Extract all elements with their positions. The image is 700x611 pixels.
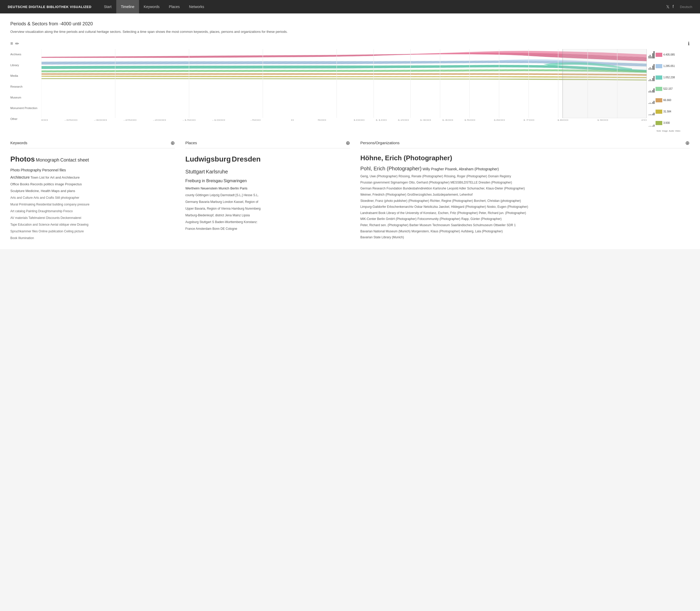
pe-saar[interactable]: Saarländisches Schulmuseum Ottweiler	[451, 223, 506, 227]
kw-book[interactable]: Book Illumination	[10, 236, 34, 240]
pl-france[interactable]: France Amsterdam Bonn DE Cologne	[185, 227, 237, 230]
pl-sigmaringen[interactable]: Sigmaringen	[224, 179, 247, 183]
kw-sculpture[interactable]: Sculpture Medicine, Health Maps and plan…	[10, 189, 75, 193]
nav-keywords[interactable]: Keywords	[139, 0, 164, 13]
pl-ludwigsburg[interactable]: Ludwigsburg	[185, 155, 231, 163]
keywords-add-icon[interactable]: ⊕	[170, 140, 175, 146]
pl-wertheim[interactable]: Wertheim Neuenstein Munich Berlin Paris	[185, 187, 247, 190]
pl-karlsruhe[interactable]: Karlsruhe	[206, 169, 228, 175]
kw-photo[interactable]: Photo	[10, 168, 20, 172]
kw-personnel[interactable]: Personnel files	[42, 168, 66, 172]
language-switch[interactable]: Deutsch	[680, 5, 692, 9]
legend-museum: 66.660	[648, 94, 690, 106]
swatch-archives	[656, 53, 662, 57]
pe-gross[interactable]: Großherzogliches Justizdepartement, Lehe…	[407, 193, 473, 196]
pe-bavarian-state[interactable]: Bavarian State Library (Munich)	[361, 236, 404, 239]
kw-art-catalog[interactable]: Art catalog Painting Draughtsmanship Fre…	[10, 209, 73, 213]
kw-av-line: AV materials Tafelmalerei Discounts Deck…	[10, 214, 175, 221]
kw-mural[interactable]: Mural Printmaking Residential building c…	[10, 203, 89, 206]
info-icon[interactable]: ℹ	[688, 41, 690, 46]
places-add-icon[interactable]: ⊕	[346, 140, 350, 146]
pl-upper-bavaria[interactable]: Upper Bavaria, Region of Vienna Hamburg …	[185, 207, 260, 210]
pe-mess[interactable]: MESSBILDSTELLE Dresden (Photographer)	[451, 181, 512, 184]
nav-timeline[interactable]: Timeline	[116, 0, 139, 13]
pe-bahn[interactable]: Bundesbahndirektion Karlsruhe	[403, 187, 446, 190]
twitter-icon[interactable]: 𝕏	[666, 4, 670, 9]
pe-foto[interactable]: Fotocommunity (Photographer)	[417, 217, 460, 221]
pe-mik[interactable]: MIK-Center Berlin GmbH (Photographer)	[361, 217, 416, 221]
pe-prussian[interactable]: Prussian government Sigmaringen	[361, 181, 408, 184]
kw-town-list[interactable]: Town List for Art and Architecture	[30, 176, 80, 179]
persons-add-icon[interactable]: ⊕	[685, 140, 690, 146]
pe-landrat[interactable]: Landratsamt Book	[361, 211, 385, 215]
pe-weimer[interactable]: Weimer, Friedrich (Photographer)	[361, 193, 407, 196]
legend-archives: 4.405.085	[648, 49, 690, 60]
pe-sdr[interactable]: SDR 1	[507, 223, 516, 227]
pe-gerig[interactable]: Gerig, Uwe (Photographer)	[361, 175, 398, 178]
pl-marburg[interactable]: Marburg-Biedenkopf, district Jena Mainz …	[185, 213, 249, 217]
pl-county[interactable]: county Göttingen Leipzig Darmstadt [S.L.…	[185, 193, 259, 197]
kw-contact-sheet[interactable]: Contact sheet	[60, 158, 89, 163]
kw-art-catalog-line: Art catalog Painting Draughtsmanship Fre…	[10, 208, 175, 214]
pe-library-konstanz[interactable]: Library of the University of Konstanz,	[386, 211, 437, 215]
kw-office[interactable]: Office Books Records politics image Pros…	[10, 182, 82, 186]
pe-peter-jun[interactable]: Peter, Richard jun. (Photographer)	[479, 211, 526, 215]
pe-domain[interactable]: Domain Registry	[488, 175, 511, 178]
edit-icon[interactable]: ✏	[15, 41, 19, 46]
nav-start[interactable]: Start	[99, 0, 116, 13]
pe-technoseum[interactable]: Technoseum	[432, 223, 450, 227]
pe-limpurg[interactable]: Limpurg-Gaildorfer Erbschenkenarchiv	[361, 205, 413, 209]
pe-nosko[interactable]: Nosko, Eugen (Photographer)	[487, 205, 528, 209]
pe-pisarek[interactable]: Pisarek, Abraham (Photographer)	[445, 167, 499, 171]
y-label-archives: Archives	[10, 53, 41, 56]
pl-germany[interactable]: Germany Bavaria Marburg London Kassel, R…	[185, 200, 258, 204]
pl-line7: Upper Bavaria, Region of Vienna Hamburg …	[185, 205, 350, 212]
pe-rapp[interactable]: Rapp, Günter (Photographer)	[461, 217, 502, 221]
pe-schumacher[interactable]: Schumacher, Klaus-Dieter (Photographer)	[467, 187, 525, 190]
pe-bavarian-national[interactable]: Bavarian National Museum (Munich)	[361, 229, 411, 233]
pe-german-research[interactable]: German Research Foundation	[361, 187, 402, 190]
pe-hohne[interactable]: Höhne, Erich (Photographer)	[361, 154, 452, 162]
kw-architecture[interactable]: Architecture	[10, 175, 30, 179]
pe-pragher[interactable]: Willy Pragher	[423, 167, 444, 171]
pl-augsburg[interactable]: Augsburg Stuttgart S Baden-Wurttemberg K…	[185, 220, 257, 224]
pe-oskar[interactable]: Oskar Netoliczka	[414, 205, 438, 209]
pe-morgenstern[interactable]: Morgenstern, Klaus (Photographer)	[411, 229, 460, 233]
pe-borchert[interactable]: Borchert, Christian (photographer)	[474, 199, 521, 203]
pe-rossing-renate[interactable]: Rössing, Renate (Photographer)	[398, 175, 443, 178]
pl-dresden[interactable]: Dresden	[232, 155, 261, 163]
pe-richter[interactable]: Richter, Regine (Photographer)	[430, 199, 473, 203]
pe-peter-sen[interactable]: Peter, Richard sen. (Photographer)	[361, 223, 409, 227]
facebook-icon[interactable]: f	[673, 4, 674, 9]
pl-freiburg[interactable]: Freiburg in Breisgau	[185, 179, 223, 183]
kw-av[interactable]: AV materials Tafelmalerei Discounts Deck…	[10, 216, 81, 220]
pl-stuttgart[interactable]: Stuttgart	[185, 169, 205, 175]
pe-jaeckel[interactable]: Jaeckel, Hildegard (Photographer)	[439, 205, 486, 209]
pe-otto[interactable]: Otto, Gerhard (Photographer)	[409, 181, 450, 184]
stream-chart-wrapper[interactable]: -4000 -3500 -3000 -2500 -2000 -1500 -100…	[41, 49, 647, 132]
kw-tape[interactable]: Tape Education and Science Aerial obliqu…	[10, 223, 88, 226]
main-nav: Start Timeline Keywords Places Networks	[99, 0, 209, 13]
pe-aufsberg[interactable]: Aufsberg, Lala (Photographer)	[461, 229, 503, 233]
pe-pohl[interactable]: Pohl, Erich (Photographer)	[361, 166, 422, 172]
pe-barber[interactable]: Barber Museum	[409, 223, 431, 227]
pe-rossing-roger[interactable]: Rössing, Roger (Photographer)	[444, 175, 487, 178]
pe-adler[interactable]: Leopold Adler	[447, 187, 466, 190]
y-label-monument: Monument Protection	[10, 106, 41, 109]
svg-text:500: 500	[318, 119, 326, 121]
nav-places[interactable]: Places	[164, 0, 184, 13]
svg-text:-500: -500	[250, 119, 261, 121]
pe-line8: Limpurg-Gaildorfer Erbschenkenarchiv Osk…	[361, 204, 690, 210]
pe-stoedtner[interactable]: Stoedtner, Franz (photo publisher) (Phot…	[361, 199, 429, 203]
swatch-other	[656, 121, 662, 125]
kw-monograph[interactable]: Monograph	[36, 158, 59, 163]
kw-arts[interactable]: Arts and Culture Arts and Crafts Still p…	[10, 196, 79, 199]
kw-spruch[interactable]: Spruchkammer files Online publication Ce…	[10, 229, 84, 233]
nav-networks[interactable]: Networks	[184, 0, 209, 13]
kw-photography[interactable]: Photography	[21, 168, 41, 172]
kw-photos-text[interactable]: Photos	[10, 155, 35, 163]
page-description: Overview visualization along the time pe…	[10, 29, 690, 34]
pe-eschen[interactable]: Eschen, Fritz (Photographer)	[438, 211, 478, 215]
main-content: Periods & Sectors from -4000 until 2020 …	[0, 13, 700, 249]
menu-icon[interactable]: ≡	[10, 41, 13, 46]
